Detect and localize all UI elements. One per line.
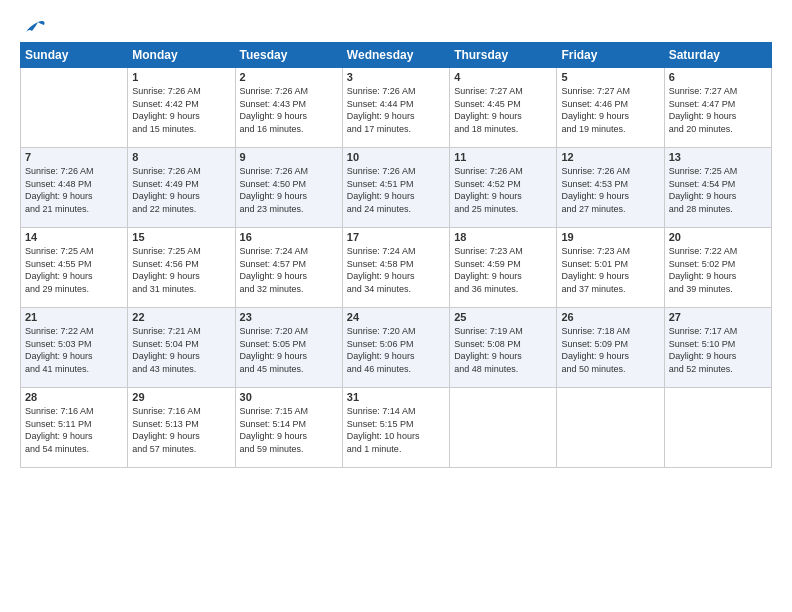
day-number: 7: [25, 151, 123, 163]
day-info: Sunrise: 7:20 AM Sunset: 5:05 PM Dayligh…: [240, 325, 338, 375]
day-number: 21: [25, 311, 123, 323]
day-number: 27: [669, 311, 767, 323]
day-number: 10: [347, 151, 445, 163]
day-number: 1: [132, 71, 230, 83]
column-header-sunday: Sunday: [21, 43, 128, 68]
day-number: 15: [132, 231, 230, 243]
day-number: 23: [240, 311, 338, 323]
day-number: 20: [669, 231, 767, 243]
calendar-cell: [664, 388, 771, 468]
calendar-cell: 18Sunrise: 7:23 AM Sunset: 4:59 PM Dayli…: [450, 228, 557, 308]
calendar-cell: [450, 388, 557, 468]
day-info: Sunrise: 7:26 AM Sunset: 4:48 PM Dayligh…: [25, 165, 123, 215]
day-info: Sunrise: 7:26 AM Sunset: 4:42 PM Dayligh…: [132, 85, 230, 135]
calendar-cell: 22Sunrise: 7:21 AM Sunset: 5:04 PM Dayli…: [128, 308, 235, 388]
column-header-wednesday: Wednesday: [342, 43, 449, 68]
day-number: 19: [561, 231, 659, 243]
calendar-cell: 27Sunrise: 7:17 AM Sunset: 5:10 PM Dayli…: [664, 308, 771, 388]
day-info: Sunrise: 7:26 AM Sunset: 4:49 PM Dayligh…: [132, 165, 230, 215]
calendar-week-1: 1Sunrise: 7:26 AM Sunset: 4:42 PM Daylig…: [21, 68, 772, 148]
day-info: Sunrise: 7:25 AM Sunset: 4:54 PM Dayligh…: [669, 165, 767, 215]
day-number: 24: [347, 311, 445, 323]
calendar-body: 1Sunrise: 7:26 AM Sunset: 4:42 PM Daylig…: [21, 68, 772, 468]
logo: [20, 18, 48, 36]
day-number: 25: [454, 311, 552, 323]
calendar-cell: 26Sunrise: 7:18 AM Sunset: 5:09 PM Dayli…: [557, 308, 664, 388]
day-info: Sunrise: 7:24 AM Sunset: 4:58 PM Dayligh…: [347, 245, 445, 295]
day-info: Sunrise: 7:26 AM Sunset: 4:51 PM Dayligh…: [347, 165, 445, 215]
day-info: Sunrise: 7:26 AM Sunset: 4:43 PM Dayligh…: [240, 85, 338, 135]
day-info: Sunrise: 7:19 AM Sunset: 5:08 PM Dayligh…: [454, 325, 552, 375]
column-header-friday: Friday: [557, 43, 664, 68]
day-number: 8: [132, 151, 230, 163]
day-number: 30: [240, 391, 338, 403]
calendar-cell: 8Sunrise: 7:26 AM Sunset: 4:49 PM Daylig…: [128, 148, 235, 228]
day-info: Sunrise: 7:16 AM Sunset: 5:11 PM Dayligh…: [25, 405, 123, 455]
day-info: Sunrise: 7:23 AM Sunset: 5:01 PM Dayligh…: [561, 245, 659, 295]
day-info: Sunrise: 7:22 AM Sunset: 5:03 PM Dayligh…: [25, 325, 123, 375]
calendar-cell: 5Sunrise: 7:27 AM Sunset: 4:46 PM Daylig…: [557, 68, 664, 148]
calendar-cell: 28Sunrise: 7:16 AM Sunset: 5:11 PM Dayli…: [21, 388, 128, 468]
calendar-table: SundayMondayTuesdayWednesdayThursdayFrid…: [20, 42, 772, 468]
calendar-cell: 2Sunrise: 7:26 AM Sunset: 4:43 PM Daylig…: [235, 68, 342, 148]
calendar-cell: 25Sunrise: 7:19 AM Sunset: 5:08 PM Dayli…: [450, 308, 557, 388]
column-header-thursday: Thursday: [450, 43, 557, 68]
calendar-cell: 10Sunrise: 7:26 AM Sunset: 4:51 PM Dayli…: [342, 148, 449, 228]
calendar-cell: 15Sunrise: 7:25 AM Sunset: 4:56 PM Dayli…: [128, 228, 235, 308]
day-number: 6: [669, 71, 767, 83]
day-info: Sunrise: 7:20 AM Sunset: 5:06 PM Dayligh…: [347, 325, 445, 375]
day-info: Sunrise: 7:16 AM Sunset: 5:13 PM Dayligh…: [132, 405, 230, 455]
calendar-cell: 23Sunrise: 7:20 AM Sunset: 5:05 PM Dayli…: [235, 308, 342, 388]
day-number: 2: [240, 71, 338, 83]
calendar-cell: 7Sunrise: 7:26 AM Sunset: 4:48 PM Daylig…: [21, 148, 128, 228]
calendar-cell: 24Sunrise: 7:20 AM Sunset: 5:06 PM Dayli…: [342, 308, 449, 388]
calendar-cell: 29Sunrise: 7:16 AM Sunset: 5:13 PM Dayli…: [128, 388, 235, 468]
day-info: Sunrise: 7:17 AM Sunset: 5:10 PM Dayligh…: [669, 325, 767, 375]
day-info: Sunrise: 7:23 AM Sunset: 4:59 PM Dayligh…: [454, 245, 552, 295]
day-number: 22: [132, 311, 230, 323]
day-number: 17: [347, 231, 445, 243]
logo-bird-icon: [24, 18, 46, 36]
day-info: Sunrise: 7:26 AM Sunset: 4:53 PM Dayligh…: [561, 165, 659, 215]
day-number: 31: [347, 391, 445, 403]
day-number: 28: [25, 391, 123, 403]
day-number: 18: [454, 231, 552, 243]
calendar-cell: 6Sunrise: 7:27 AM Sunset: 4:47 PM Daylig…: [664, 68, 771, 148]
day-info: Sunrise: 7:27 AM Sunset: 4:45 PM Dayligh…: [454, 85, 552, 135]
column-header-saturday: Saturday: [664, 43, 771, 68]
calendar-week-3: 14Sunrise: 7:25 AM Sunset: 4:55 PM Dayli…: [21, 228, 772, 308]
day-number: 12: [561, 151, 659, 163]
day-info: Sunrise: 7:27 AM Sunset: 4:46 PM Dayligh…: [561, 85, 659, 135]
calendar-week-4: 21Sunrise: 7:22 AM Sunset: 5:03 PM Dayli…: [21, 308, 772, 388]
calendar-week-2: 7Sunrise: 7:26 AM Sunset: 4:48 PM Daylig…: [21, 148, 772, 228]
day-number: 29: [132, 391, 230, 403]
day-number: 13: [669, 151, 767, 163]
day-info: Sunrise: 7:25 AM Sunset: 4:55 PM Dayligh…: [25, 245, 123, 295]
calendar-cell: 12Sunrise: 7:26 AM Sunset: 4:53 PM Dayli…: [557, 148, 664, 228]
day-number: 9: [240, 151, 338, 163]
calendar-cell: 31Sunrise: 7:14 AM Sunset: 5:15 PM Dayli…: [342, 388, 449, 468]
day-number: 3: [347, 71, 445, 83]
calendar-cell: 9Sunrise: 7:26 AM Sunset: 4:50 PM Daylig…: [235, 148, 342, 228]
day-info: Sunrise: 7:22 AM Sunset: 5:02 PM Dayligh…: [669, 245, 767, 295]
day-info: Sunrise: 7:26 AM Sunset: 4:44 PM Dayligh…: [347, 85, 445, 135]
day-info: Sunrise: 7:25 AM Sunset: 4:56 PM Dayligh…: [132, 245, 230, 295]
calendar-cell: [21, 68, 128, 148]
calendar-cell: 4Sunrise: 7:27 AM Sunset: 4:45 PM Daylig…: [450, 68, 557, 148]
day-info: Sunrise: 7:18 AM Sunset: 5:09 PM Dayligh…: [561, 325, 659, 375]
column-header-monday: Monday: [128, 43, 235, 68]
calendar-cell: 21Sunrise: 7:22 AM Sunset: 5:03 PM Dayli…: [21, 308, 128, 388]
calendar-cell: 30Sunrise: 7:15 AM Sunset: 5:14 PM Dayli…: [235, 388, 342, 468]
day-info: Sunrise: 7:24 AM Sunset: 4:57 PM Dayligh…: [240, 245, 338, 295]
calendar-cell: 13Sunrise: 7:25 AM Sunset: 4:54 PM Dayli…: [664, 148, 771, 228]
day-number: 4: [454, 71, 552, 83]
day-number: 14: [25, 231, 123, 243]
calendar-cell: [557, 388, 664, 468]
logo-area: [20, 18, 48, 36]
calendar-cell: 3Sunrise: 7:26 AM Sunset: 4:44 PM Daylig…: [342, 68, 449, 148]
calendar-cell: 20Sunrise: 7:22 AM Sunset: 5:02 PM Dayli…: [664, 228, 771, 308]
calendar-cell: 14Sunrise: 7:25 AM Sunset: 4:55 PM Dayli…: [21, 228, 128, 308]
day-info: Sunrise: 7:26 AM Sunset: 4:52 PM Dayligh…: [454, 165, 552, 215]
day-info: Sunrise: 7:27 AM Sunset: 4:47 PM Dayligh…: [669, 85, 767, 135]
column-header-tuesday: Tuesday: [235, 43, 342, 68]
